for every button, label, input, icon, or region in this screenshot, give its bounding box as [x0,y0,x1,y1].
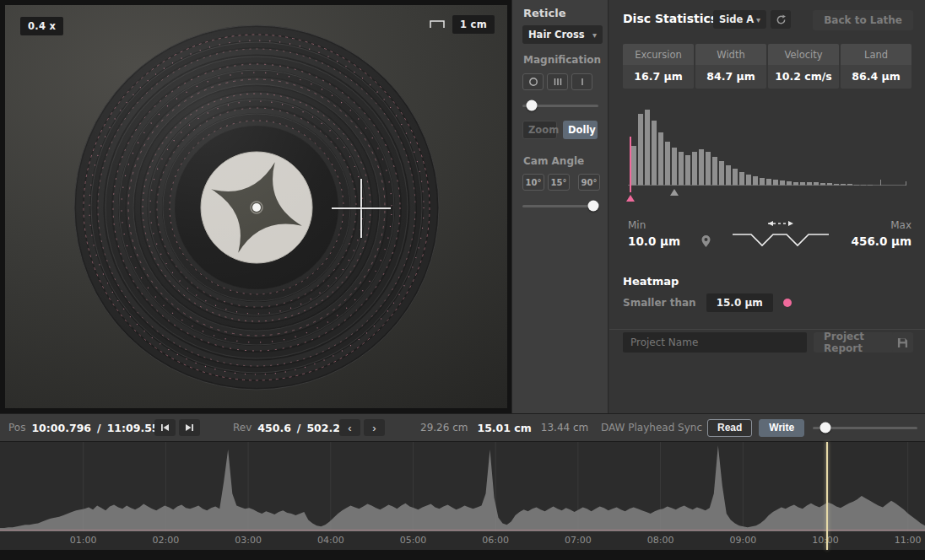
side-selector-dropdown[interactable]: Side A ▾ [713,10,766,29]
skip-to-end-button[interactable] [179,419,200,436]
min-max-row: Min 10.0 μm Max 456.0 μm [623,216,911,260]
disc-viewport[interactable]: 0.4 x 1 cm [0,0,511,413]
time-label: 04:00 [317,535,344,546]
vinyl-disc-render [5,5,507,408]
reticle-title: Reticle [523,7,565,19]
cam-angle-15-button[interactable]: 15° [548,174,570,191]
histogram-bar [672,148,677,186]
histogram-bar [739,172,744,186]
rev-current: 450.6 [257,422,291,434]
circle-icon [528,77,538,87]
cam-angle-slider-knob[interactable] [587,201,598,212]
back-to-lathe-button[interactable]: Back to Lathe [813,10,913,30]
radius-outer: 29.26 cm [420,422,468,433]
project-row: Project Report [623,332,913,354]
zoom-dolly-toggle: Zoom Dolly [522,121,598,139]
daw-sync-group: DAW Playhead Sync [601,414,702,441]
histogram-bar [645,110,650,186]
reticle-triple-bar-button[interactable] [547,73,568,90]
histogram-bar [699,149,704,186]
save-project-button[interactable] [892,332,913,353]
chevron-down-icon: ▾ [756,15,760,24]
histogram-bar [631,146,636,186]
read-button[interactable]: Read [707,419,752,437]
max-value: 456.0 μm [852,234,911,248]
stat-value: 10.2 cm/s [768,65,839,89]
disc-statistics-panel: Disc Statistics Side A ▾ Back to Lathe E… [609,0,925,413]
histogram-bars [631,110,873,186]
scale-indicator: 1 cm [430,15,495,34]
histogram-bar [652,121,657,186]
daw-sync-slider-knob[interactable] [820,423,830,433]
skip-to-start-button[interactable] [154,419,176,436]
pos-separator: / [97,422,101,434]
time-label: 07:00 [565,535,592,546]
time-ruler[interactable]: 01:0002:0003:0004:0005:0006:0007:0008:00… [0,531,925,550]
refresh-stats-button[interactable] [771,10,791,29]
previous-rev-button[interactable]: ‹ [339,419,360,436]
heatmap-threshold-value[interactable]: 15.0 μm [706,293,773,312]
histogram-bar [685,155,690,186]
histogram-chart [623,106,911,206]
stat-label: Velocity [768,44,839,65]
reticle-type-dropdown[interactable]: Hair Cross ▾ [522,25,603,44]
timeline-area[interactable]: 01:0002:0003:0004:0005:0006:0007:0008:00… [0,442,925,560]
reticle-circle-button[interactable] [522,73,544,90]
reticle-panel: Reticle Hair Cross ▾ Magnification Zoom … [511,0,609,413]
disc-3d-view[interactable] [5,5,507,408]
stat-value: 84.7 μm [695,65,766,89]
stat-label: Width [695,44,766,65]
audio-waveform [0,445,925,531]
cam-angle-slider[interactable] [522,200,598,212]
threshold-marker-icon[interactable] [626,195,635,202]
disc-statistics-title: Disc Statistics [623,12,717,25]
reticle-single-bar-button[interactable] [571,73,592,90]
magnification-slider-knob[interactable] [526,100,537,111]
dolly-mode-button[interactable]: Dolly [563,121,598,139]
rev-total: 502.2 [306,422,340,434]
next-rev-button[interactable]: › [364,419,385,436]
waveform-display[interactable] [0,442,925,531]
stat-card: Land86.4 μm [841,44,911,89]
skip-end-icon [185,423,194,432]
mean-marker-icon[interactable] [670,189,679,196]
histogram-axis [628,185,906,186]
zoom-mode-button[interactable]: Zoom [522,121,557,139]
cam-angle-90-button[interactable]: 90° [578,174,600,191]
histogram-bar [726,165,731,186]
histogram-bar [746,175,751,186]
cam-angle-10-button[interactable]: 10° [522,174,544,191]
pin-icon [701,234,711,248]
radius-readout: 29.26 cm 15.01 cm 13.44 cm [420,414,588,441]
write-button[interactable]: Write [759,419,804,437]
stat-cards: Excursion16.7 μmWidth84.7 μmVelocity10.2… [623,44,911,89]
heatmap-title: Heatmap [623,275,679,288]
time-label: 08:00 [647,535,674,546]
overview-strip[interactable] [0,550,925,560]
histogram-bar [706,152,711,186]
read-write-group: Read Write [707,414,804,441]
stat-label: Land [841,44,911,65]
reticle-style-buttons [522,73,592,90]
histogram-bar [679,152,684,186]
threshold-line [630,137,631,192]
stat-value: 86.4 μm [841,65,911,89]
heatmap-color-swatch[interactable] [783,299,792,307]
stat-value: 16.7 μm [623,65,694,89]
magnification-slider[interactable] [522,100,598,111]
playhead[interactable] [826,442,828,550]
daw-sync-slider[interactable] [813,422,917,433]
histogram-bar [733,169,738,186]
stat-card: Velocity10.2 cm/s [768,44,839,89]
scale-length-badge: 1 cm [452,15,495,34]
radius-inner: 13.44 cm [541,422,588,433]
time-label: 11:00 [895,535,922,546]
histogram-bar [638,114,643,186]
stat-card: Width84.7 μm [695,44,766,89]
disc-mastering-app: 0.4 x 1 cm Reticle Hair Cross ▾ Magnific… [0,0,925,560]
rev-readout: Rev 450.6 / 502.2 [233,414,340,441]
project-name-input[interactable] [623,332,807,353]
time-label: 05:00 [400,535,427,546]
chevron-down-icon: ▾ [592,30,597,40]
time-label: 09:00 [729,535,756,546]
